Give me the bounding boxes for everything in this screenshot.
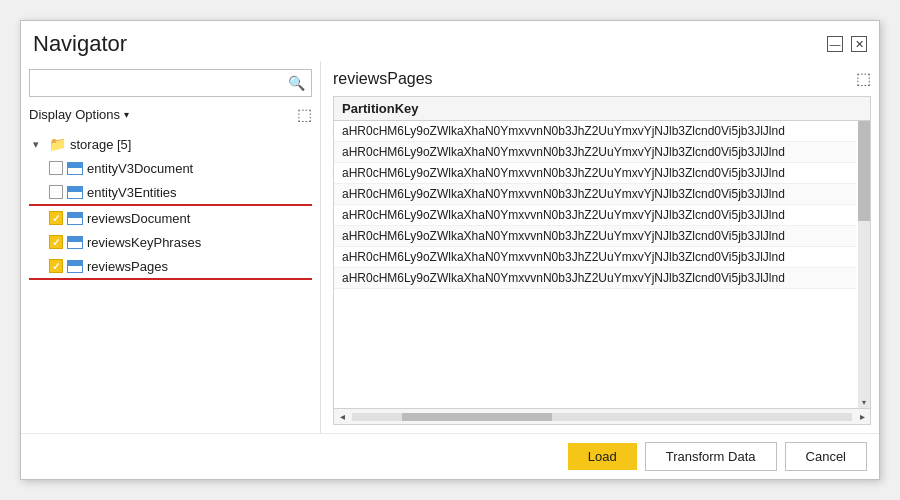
selected-group: ✓ reviewsDocument ✓ reviewsKeyPhrases (29, 204, 312, 280)
right-header: reviewsPages ⬚ (333, 69, 871, 88)
table-row: aHR0cHM6Ly9oZWlkaXhaN0YmxvvnN0b3JhZ2UuYm… (334, 226, 856, 247)
checkmark-icon: ✓ (52, 261, 60, 272)
data-table: PartitionKey aHR0cHM6Ly9oZWlkaXhaN0Ymxvv… (333, 96, 871, 425)
close-icon: ✕ (855, 38, 864, 51)
table-row: aHR0cHM6Ly9oZWlkaXhaN0YmxvvnN0b3JhZ2UuYm… (334, 163, 856, 184)
table-row: aHR0cHM6Ly9oZWlkaXhaN0YmxvvnN0b3JhZ2UuYm… (334, 268, 856, 289)
navigator-dialog: Navigator — ✕ 🔍 Display Options ▾ (20, 20, 880, 480)
expand-icon: ▾ (33, 138, 49, 151)
right-panel: reviewsPages ⬚ PartitionKey aHR0cHM6Ly9o… (321, 61, 879, 433)
footer: Load Transform Data Cancel (21, 433, 879, 479)
left-panel: 🔍 Display Options ▾ ⬚ ▾ 📁 storage [5] (21, 61, 321, 433)
tree-item-storage[interactable]: ▾ 📁 storage [5] (29, 132, 312, 156)
item-label-entityv3document: entityV3Document (87, 161, 193, 176)
search-icon: 🔍 (282, 75, 311, 91)
item-label-reviewskeyphrases: reviewsKeyPhrases (87, 235, 201, 250)
tree-item-entityv3entities[interactable]: entityV3Entities (29, 180, 312, 204)
cancel-button[interactable]: Cancel (785, 442, 867, 471)
close-button[interactable]: ✕ (851, 36, 867, 52)
table-row: aHR0cHM6Ly9oZWlkaXhaN0YmxvvnN0b3JhZ2UuYm… (334, 184, 856, 205)
minimize-button[interactable]: — (827, 36, 843, 52)
h-scroll-right-arrow[interactable]: ▸ (854, 411, 870, 422)
display-options-row: Display Options ▾ ⬚ (29, 105, 312, 124)
table-row: aHR0cHM6Ly9oZWlkaXhaN0YmxvvnN0b3JhZ2UuYm… (334, 121, 856, 142)
folder-icon: 📁 (49, 136, 66, 152)
chevron-down-icon: ▾ (124, 109, 129, 120)
table-icon-entityv3document (67, 162, 83, 175)
scroll-down-arrow[interactable]: ▾ (858, 396, 870, 408)
table-header: PartitionKey (334, 97, 870, 121)
export-icon: ⬚ (297, 105, 312, 124)
horizontal-scrollbar[interactable]: ◂ ▸ (334, 408, 870, 424)
vertical-scrollbar[interactable]: ▾ (858, 121, 870, 408)
h-scroll-thumb[interactable] (402, 413, 552, 421)
checkmark-icon: ✓ (52, 237, 60, 248)
item-label-reviewspages: reviewsPages (87, 259, 168, 274)
checkbox-reviewsdocument[interactable]: ✓ (49, 211, 63, 225)
table-body[interactable]: aHR0cHM6Ly9oZWlkaXhaN0YmxvvnN0b3JhZ2UuYm… (334, 121, 870, 408)
load-button[interactable]: Load (568, 443, 637, 470)
tree-container: ▾ 📁 storage [5] entityV3Document entityV… (29, 132, 312, 425)
right-panel-title: reviewsPages (333, 70, 433, 88)
title-bar: Navigator — ✕ (21, 21, 879, 61)
storage-label: storage [5] (70, 137, 131, 152)
column-header-partitionkey: PartitionKey (342, 101, 419, 116)
checkbox-entityv3document[interactable] (49, 161, 63, 175)
export-table-icon[interactable]: ⬚ (856, 69, 871, 88)
tree-item-reviewspages[interactable]: ✓ reviewsPages (29, 254, 312, 278)
tree-item-entityv3document[interactable]: entityV3Document (29, 156, 312, 180)
search-input[interactable] (30, 76, 282, 91)
h-scroll-track (352, 413, 852, 421)
transform-data-button[interactable]: Transform Data (645, 442, 777, 471)
dialog-title: Navigator (33, 31, 127, 57)
table-icon-reviewskeyphrases (67, 236, 83, 249)
h-scroll-left-arrow[interactable]: ◂ (334, 411, 350, 422)
tree-item-reviewsdocument[interactable]: ✓ reviewsDocument (29, 206, 312, 230)
table-icon-reviewsdocument (67, 212, 83, 225)
checkmark-icon: ✓ (52, 213, 60, 224)
window-controls: — ✕ (827, 36, 867, 52)
tree-item-reviewskeyphrases[interactable]: ✓ reviewsKeyPhrases (29, 230, 312, 254)
table-icon-reviewspages (67, 260, 83, 273)
minimize-icon: — (830, 38, 841, 50)
display-options-button[interactable]: Display Options ▾ (29, 107, 129, 122)
table-row: aHR0cHM6Ly9oZWlkaXhaN0YmxvvnN0b3JhZ2UuYm… (334, 142, 856, 163)
main-content: 🔍 Display Options ▾ ⬚ ▾ 📁 storage [5] (21, 61, 879, 433)
table-row: aHR0cHM6Ly9oZWlkaXhaN0YmxvvnN0b3JhZ2UuYm… (334, 205, 856, 226)
scrollbar-thumb[interactable] (858, 121, 870, 221)
display-options-label: Display Options (29, 107, 120, 122)
checkbox-reviewskeyphrases[interactable]: ✓ (49, 235, 63, 249)
checkbox-reviewspages[interactable]: ✓ (49, 259, 63, 273)
checkbox-entityv3entities[interactable] (49, 185, 63, 199)
table-icon-entityv3entities (67, 186, 83, 199)
item-label-reviewsdocument: reviewsDocument (87, 211, 190, 226)
table-row: aHR0cHM6Ly9oZWlkaXhaN0YmxvvnN0b3JhZ2UuYm… (334, 247, 856, 268)
search-box[interactable]: 🔍 (29, 69, 312, 97)
item-label-entityv3entities: entityV3Entities (87, 185, 177, 200)
